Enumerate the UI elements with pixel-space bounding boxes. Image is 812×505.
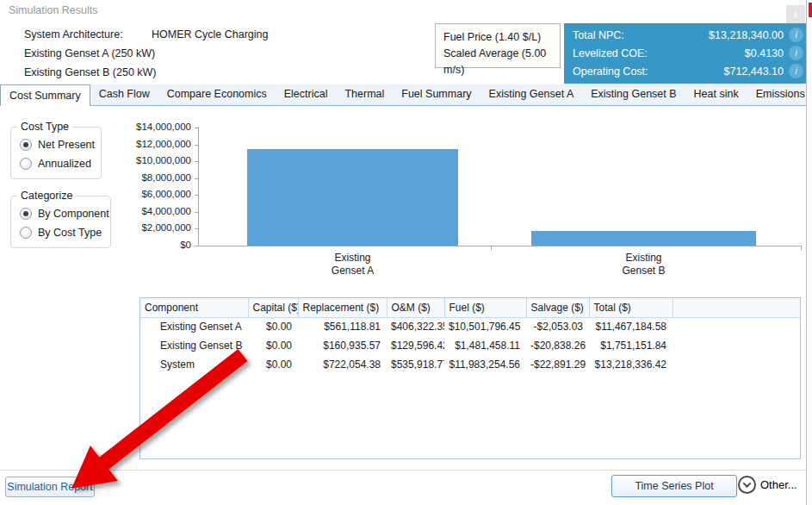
tab-thermal[interactable]: Thermal	[336, 84, 393, 105]
y-axis-tick	[195, 161, 198, 162]
cell-total: $13,218,336.42	[589, 355, 673, 374]
radio-button-icon[interactable]	[20, 158, 32, 170]
genset-b-line: Existing Genset B (250 kW)	[24, 66, 157, 78]
x-axis-tick	[491, 246, 492, 250]
tab-heat-sink[interactable]: Heat sink	[685, 84, 747, 105]
radio-annualized[interactable]: Annualized	[20, 158, 91, 170]
radio-net-present[interactable]: Net Present	[20, 139, 95, 151]
categorize-groupbox: Categorize By Component By Cost Type	[10, 196, 111, 248]
results-tab-bar: Cost Summary Cash Flow Compare Economics…	[0, 84, 806, 106]
radio-button-icon[interactable]	[20, 227, 32, 239]
y-axis-tick	[195, 145, 198, 146]
cost-type-groupbox: Cost Type Net Present Annualized	[10, 127, 102, 179]
cell-salvage: -$22,891.29	[526, 355, 589, 374]
tab-existing-genset-a[interactable]: Existing Genset A	[480, 84, 583, 105]
time-series-plot-button[interactable]: Time Series Plot	[611, 475, 737, 497]
operating-cost-row: Operating Cost: $712,443.10 i	[573, 62, 803, 80]
y-axis-tick	[195, 178, 198, 179]
categorize-title: Categorize	[17, 190, 76, 202]
radio-by-component-label: By Component	[38, 208, 109, 220]
cost-table: Component Capital ($) Replacement ($) O&…	[140, 298, 800, 374]
table-row-genset-b[interactable]: Existing Genset B $0.00 $160,935.57 $129…	[140, 336, 800, 355]
total-npc-row: Total NPC: $13,218,340.00 i	[573, 26, 803, 44]
y-tick-label: $4,000,000	[119, 206, 191, 216]
cell-salvage: -$2,053.03	[526, 317, 589, 336]
col-component[interactable]: Component	[140, 298, 248, 317]
cell-om: $129,596.42	[387, 336, 444, 355]
table-row-genset-a[interactable]: Existing Genset A $0.00 $561,118.81 $406…	[140, 317, 800, 336]
levelized-coe-label: Levelized COE:	[573, 47, 648, 59]
col-replacement[interactable]: Replacement ($)	[298, 298, 387, 317]
background-window-edge	[806, 0, 812, 505]
operating-cost-label: Operating Cost:	[573, 65, 648, 78]
radio-by-component[interactable]: By Component	[20, 208, 109, 220]
simulation-results-window: Simulation Results x System Architecture…	[0, 0, 812, 505]
tab-existing-genset-b[interactable]: Existing Genset B	[582, 84, 685, 105]
info-icon[interactable]: i	[789, 28, 803, 42]
col-capital[interactable]: Capital ($)	[248, 298, 298, 317]
other-label: Other...	[760, 478, 797, 491]
cell-capital: $0.00	[248, 336, 298, 355]
tab-cash-flow[interactable]: Cash Flow	[90, 84, 158, 105]
sensitivity-case-box: Fuel Price (1.40 $/L) Scaled Average (5.…	[435, 23, 561, 68]
y-axis-tick	[195, 128, 198, 128]
tab-emissions[interactable]: Emissions	[747, 84, 812, 105]
tab-compare-economics[interactable]: Compare Economics	[158, 84, 276, 105]
col-salvage[interactable]: Salvage ($)	[526, 298, 589, 317]
cell-total: $1,751,151.84	[589, 336, 673, 355]
levelized-coe-row: Levelized COE: $0.4130 i	[573, 44, 803, 62]
y-axis-tick	[195, 228, 198, 229]
col-om[interactable]: O&M ($)	[387, 298, 444, 317]
y-tick-label: $10,000,000	[119, 155, 191, 165]
cell-replacement: $722,054.38	[298, 355, 387, 374]
cell-replacement: $160,935.57	[298, 336, 387, 355]
x-category-label: ExistingGenset B	[592, 252, 696, 277]
col-fuel[interactable]: Fuel ($)	[444, 298, 526, 317]
close-icon: x	[793, 9, 798, 21]
y-tick-label: $6,000,000	[119, 189, 191, 199]
x-axis-line	[198, 246, 801, 246]
y-tick-label: $14,000,000	[119, 122, 191, 132]
system-architecture-label: System Architecture:	[24, 28, 123, 41]
y-tick-label: $12,000,000	[119, 139, 191, 149]
tab-cost-summary[interactable]: Cost Summary	[0, 84, 90, 106]
simulation-report-button[interactable]: Simulation Report	[5, 477, 95, 497]
tab-electrical[interactable]: Electrical	[276, 84, 337, 105]
footer-divider	[0, 470, 806, 471]
y-axis-tick	[195, 195, 198, 196]
genset-a-line: Existing Genset A (250 kW)	[24, 47, 155, 59]
cell-total: $11,467,184.58	[589, 317, 673, 336]
operating-cost-value: $712,443.10	[648, 65, 789, 78]
cost-type-title: Cost Type	[17, 121, 72, 133]
radio-by-cost-type[interactable]: By Cost Type	[20, 227, 102, 239]
info-icon[interactable]: i	[789, 46, 803, 60]
col-filler	[673, 298, 800, 317]
info-icon[interactable]: i	[789, 64, 803, 78]
radio-button-icon[interactable]	[20, 208, 32, 220]
col-total[interactable]: Total ($)	[589, 298, 673, 317]
other-menu-button[interactable]: Other...	[738, 476, 797, 494]
cell-component: System	[140, 355, 248, 374]
background-close-button-sliver	[809, 3, 812, 17]
cell-replacement: $561,118.81	[298, 317, 387, 336]
levelized-coe-value: $0.4130	[648, 47, 789, 59]
cell-component: Existing Genset A	[140, 317, 248, 336]
close-button[interactable]: x	[786, 5, 805, 24]
bar-existing-genset-b	[531, 231, 756, 246]
radio-net-present-label: Net Present	[38, 139, 95, 151]
chevron-down-icon[interactable]	[738, 476, 756, 494]
system-architecture-value: HOMER Cycle Charging	[152, 28, 268, 41]
cell-filler	[673, 355, 800, 374]
radio-annualized-label: Annualized	[38, 158, 91, 170]
cost-table-header-row: Component Capital ($) Replacement ($) O&…	[140, 298, 800, 317]
y-tick-label: $8,000,000	[119, 172, 191, 183]
tab-fuel-summary[interactable]: Fuel Summary	[393, 84, 480, 105]
y-tick-label: $2,000,000	[119, 222, 191, 233]
bar-existing-genset-a	[247, 149, 458, 246]
cell-component: Existing Genset B	[140, 336, 248, 355]
fuel-price-value: Fuel Price (1.40 $/L)	[443, 29, 552, 46]
radio-button-icon[interactable]	[20, 139, 32, 151]
x-category-label: ExistingGenset A	[301, 252, 405, 277]
table-row-system[interactable]: System $0.00 $722,054.38 $535,918.77 $11…	[140, 355, 800, 374]
results-summary-box: Total NPC: $13,218,340.00 i Levelized CO…	[564, 23, 806, 84]
